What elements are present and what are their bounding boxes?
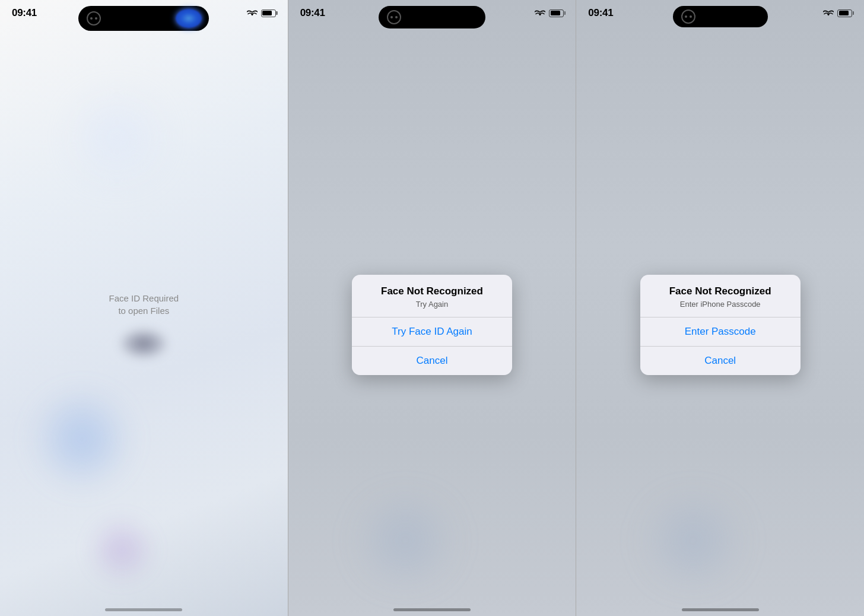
wifi-icon-3 <box>823 9 834 17</box>
battery-icon-2 <box>549 9 564 17</box>
home-indicator-3 <box>682 608 759 611</box>
enter-passcode-button[interactable]: Enter Passcode <box>640 317 801 347</box>
battery-icon-1 <box>261 9 276 17</box>
phone-screen-2: 09:41 <box>288 0 577 616</box>
home-indicator-1 <box>105 608 182 611</box>
alert-title-3: Face Not Recognized <box>650 285 791 297</box>
alert-dialog-2: Face Not Recognized Try Again Try Face I… <box>352 275 512 375</box>
alert-title-2: Face Not Recognized <box>361 285 503 297</box>
dynamic-island-3 <box>673 6 768 27</box>
cancel-button-2[interactable]: Cancel <box>352 347 512 375</box>
alert-subtitle-2: Try Again <box>361 300 503 309</box>
phone-content-3: Face Not Recognized Enter iPhone Passcod… <box>576 24 864 608</box>
status-time-3: 09:41 <box>588 7 613 19</box>
siri-orb <box>176 9 202 28</box>
try-face-id-button[interactable]: Try Face ID Again <box>352 317 512 347</box>
alert-header-2: Face Not Recognized Try Again <box>352 275 512 317</box>
status-time-2: 09:41 <box>300 7 325 19</box>
face-id-required-text: Face ID Required to open Files <box>109 292 179 317</box>
phone-screen-1: 09:41 <box>0 0 288 616</box>
wifi-icon-2 <box>535 9 545 17</box>
phone-content-1: Face ID Required to open Files <box>0 24 288 608</box>
phone-screen-3: 09:41 <box>576 0 864 616</box>
home-indicator-2 <box>393 608 471 611</box>
wifi-icon-1 <box>247 9 258 17</box>
alert-header-3: Face Not Recognized Enter iPhone Passcod… <box>640 275 801 317</box>
battery-icon-3 <box>837 9 852 17</box>
alert-dialog-3: Face Not Recognized Enter iPhone Passcod… <box>640 275 801 375</box>
status-icons-3 <box>823 9 852 17</box>
phone-content-2: Face Not Recognized Try Again Try Face I… <box>288 24 576 608</box>
cancel-button-3[interactable]: Cancel <box>640 347 801 375</box>
dynamic-island-2 <box>379 6 485 28</box>
face-id-icon-3 <box>680 8 697 25</box>
status-time-1: 09:41 <box>12 7 37 19</box>
dynamic-island-1 <box>78 6 209 31</box>
face-id-icon-1 <box>85 10 102 27</box>
face-id-shadow <box>120 329 167 358</box>
face-id-icon-2 <box>386 9 402 26</box>
alert-subtitle-3: Enter iPhone Passcode <box>650 300 791 309</box>
status-icons-1 <box>247 9 276 17</box>
status-icons-2 <box>535 9 564 17</box>
